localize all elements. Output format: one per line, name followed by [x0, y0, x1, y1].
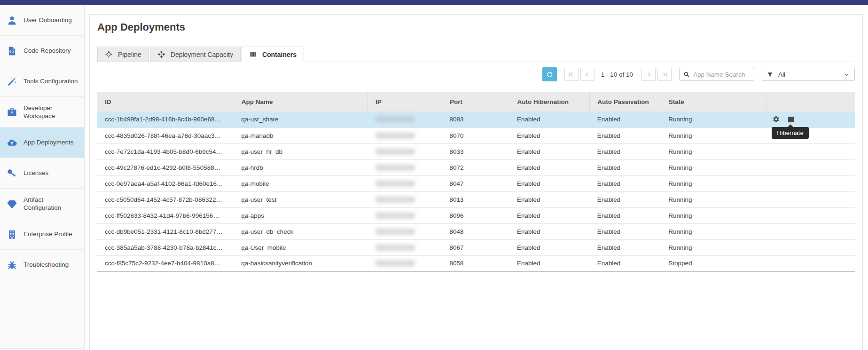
- cell-id: ccc-f85c75c2-9232-4ee7-b404-9810a8…: [97, 255, 234, 271]
- diamond-icon: [7, 199, 17, 209]
- cell-auto-hibernation: Enabled: [509, 223, 590, 239]
- sidebar-item-app-deployments[interactable]: App Deployments: [0, 127, 84, 158]
- sidebar-item-developer-workspace[interactable]: Developer Workspace: [0, 97, 84, 127]
- cell-port: 8096: [442, 207, 509, 223]
- first-page-button[interactable]: [564, 68, 579, 81]
- table-row[interactable]: ccc-c5050d64-1452-4c57-872b-086322… qa-u…: [97, 191, 855, 207]
- sidebar-item-user-onboarding[interactable]: User Onboarding: [0, 5, 84, 36]
- cell-ip: [368, 111, 442, 127]
- key-icon: [7, 168, 17, 179]
- table-row[interactable]: ccc-49c27876-ed1c-4292-b0f8-550588… qa-h…: [97, 159, 855, 175]
- cell-state: Running: [661, 191, 766, 207]
- cell-ip: [368, 223, 442, 239]
- cell-ip: [368, 127, 442, 143]
- magic-wand-icon: [7, 76, 17, 87]
- sidebar-item-label: App Deployments: [23, 138, 74, 146]
- cell-state: Running: [661, 175, 766, 191]
- containers-table: ID App Name IP Port Auto Hibernation Aut…: [97, 92, 855, 272]
- last-page-button[interactable]: [657, 68, 672, 81]
- cloud-upload-icon: [7, 137, 17, 148]
- tab-label: Deployment Capacity: [171, 51, 233, 58]
- table-row[interactable]: ccc-0e97aea4-a5af-4102-86a1-fd60e16… qa-…: [97, 175, 855, 191]
- settings-gear-icon[interactable]: [773, 116, 780, 123]
- table-row[interactable]: ccc-4835d026-788f-46ea-a76d-30aac3… qa-m…: [97, 127, 855, 143]
- cell-app-name: qa-mobile: [234, 175, 368, 191]
- pagination-range-label: 1 - 10 of 10: [601, 71, 633, 78]
- sidebar-item-label: Developer Workspace: [23, 104, 79, 120]
- cell-actions: [766, 239, 855, 255]
- next-page-button[interactable]: [641, 68, 656, 81]
- cell-auto-passivation: Enabled: [590, 127, 661, 143]
- tab-pipeline[interactable]: Pipeline: [97, 47, 149, 62]
- cell-ip: [368, 175, 442, 191]
- sidebar-item-label: Tools Configuration: [23, 77, 78, 85]
- cell-port: 8047: [442, 175, 509, 191]
- top-navigation-bar: [0, 0, 868, 5]
- table-body: ccc-1b499fa1-2d98-416b-8c4b-960e68… qa-u…: [97, 111, 855, 271]
- table-row[interactable]: ccc-7e72c1da-4193-4b05-b8d0-6b9c54… qa-u…: [97, 143, 855, 159]
- ip-redacted-value: [375, 149, 415, 155]
- cell-id: ccc-7e72c1da-4193-4b05-b8d0-6b9c54…: [97, 143, 234, 159]
- previous-page-button[interactable]: [580, 68, 594, 81]
- refresh-icon: [546, 71, 554, 79]
- tab-deployment-capacity[interactable]: Deployment Capacity: [150, 47, 241, 62]
- hibernate-stop-icon[interactable]: [788, 117, 794, 122]
- cell-ip: [368, 255, 442, 271]
- cell-actions: [766, 159, 855, 175]
- chevron-left-icon: [584, 71, 591, 78]
- sidebar-item-label: Troubleshooting: [23, 261, 69, 269]
- hibernate-tooltip: Hibernate: [772, 127, 808, 139]
- table-row[interactable]: ccc-db9be051-2331-4121-8c10-8bd277… qa-u…: [97, 223, 855, 239]
- sidebar-item-artifact-configuration[interactable]: Artifact Configuration: [0, 189, 84, 219]
- refresh-button[interactable]: [542, 67, 557, 81]
- app-name-search-input[interactable]: [693, 71, 750, 78]
- table-row[interactable]: ccc-f85c75c2-9232-4ee7-b404-9810a8… qa-b…: [97, 255, 855, 271]
- sidebar: User Onboarding Code Repository Tools Co…: [0, 5, 85, 350]
- sidebar-item-licenses[interactable]: Licenses: [0, 158, 84, 189]
- building-icon: [7, 229, 17, 240]
- cell-auto-hibernation: Enabled: [509, 159, 590, 175]
- cell-auto-hibernation: Enabled: [509, 111, 590, 127]
- cell-auto-passivation: Enabled: [590, 175, 661, 191]
- table-row[interactable]: ccc-385aa5ab-3788-4230-b78a-b2841c… qa-U…: [97, 239, 855, 255]
- cell-state: Running: [661, 239, 766, 255]
- tab-label: Pipeline: [118, 51, 141, 58]
- cell-id: ccc-4835d026-788f-46ea-a76d-30aac3…: [97, 127, 234, 143]
- cell-port: 8072: [442, 159, 509, 175]
- app-name-search-box: [679, 68, 754, 81]
- chevron-right-icon: [645, 71, 652, 78]
- column-header-port: Port: [442, 92, 509, 111]
- cell-app-name: qa-basicsanityverification: [234, 255, 368, 271]
- page-title: App Deployments: [97, 21, 855, 33]
- cell-actions: [766, 207, 855, 223]
- cell-auto-hibernation: Enabled: [509, 143, 590, 159]
- cell-state: Running: [661, 159, 766, 175]
- sidebar-item-label: User Onboarding: [23, 16, 72, 24]
- column-header-ip: IP: [368, 92, 442, 111]
- sidebar-item-tools-configuration[interactable]: Tools Configuration: [0, 66, 84, 97]
- sidebar-item-enterprise-profile[interactable]: Enterprise Profile: [0, 219, 84, 250]
- tab-containers[interactable]: Containers: [242, 47, 304, 62]
- cell-port: 8058: [442, 255, 509, 271]
- sidebar-item-code-repository[interactable]: Code Repository: [0, 36, 84, 66]
- cell-auto-hibernation: Enabled: [509, 207, 590, 223]
- filter-dropdown[interactable]: All: [762, 68, 855, 81]
- cell-auto-passivation: Enabled: [590, 223, 661, 239]
- chevron-down-icon: [843, 71, 850, 78]
- cell-state: Running: [661, 223, 766, 239]
- cell-app-name: qa-user_db_check: [234, 223, 368, 239]
- cell-auto-passivation: Enabled: [590, 111, 661, 127]
- column-header-state: State: [661, 92, 766, 111]
- table-row[interactable]: ccc-ff502633-8432-41d4-97b6-996156… qa-a…: [97, 207, 855, 223]
- sidebar-item-troubleshooting[interactable]: Troubleshooting: [0, 250, 84, 280]
- bars-icon: [249, 50, 257, 58]
- user-icon: [7, 15, 17, 26]
- cell-auto-passivation: Enabled: [590, 143, 661, 159]
- cell-port: 8013: [442, 191, 509, 207]
- table-row[interactable]: ccc-1b499fa1-2d98-416b-8c4b-960e68… qa-u…: [97, 111, 855, 127]
- filter-funnel-icon: [767, 72, 773, 78]
- sidebar-item-label: Enterprise Profile: [23, 230, 72, 238]
- cell-app-name: qa-mariadb: [234, 127, 368, 143]
- sidebar-item-label: Code Repository: [23, 47, 71, 55]
- column-header-id: ID: [97, 92, 234, 111]
